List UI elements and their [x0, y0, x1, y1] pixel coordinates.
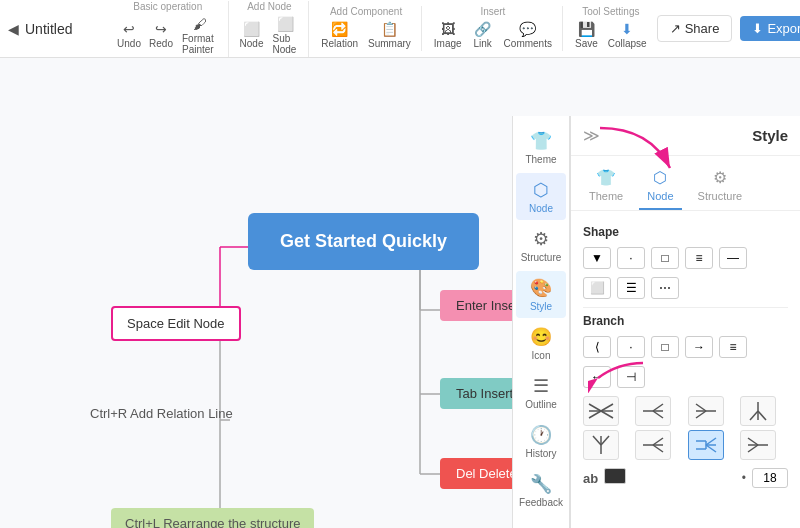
shape-list-btn[interactable]: ☰: [617, 277, 645, 299]
right-panel: ≫ Style 👕 Theme ⬡ Node ⚙ Structure Shape…: [570, 116, 800, 528]
branch-left-btn[interactable]: ←: [583, 366, 611, 388]
style-icon: 🎨: [530, 277, 552, 299]
node-icon: ⬡: [533, 179, 549, 201]
share-button[interactable]: ↗ Share: [657, 15, 733, 42]
font-controls-row: ab •: [583, 468, 788, 488]
side-icon-history[interactable]: 🕐 History: [516, 418, 566, 465]
branch-cell-5[interactable]: [583, 430, 619, 460]
group-items-insert: 🖼Image 🔗Link 💬Comments: [430, 19, 556, 51]
outline-icon: ☰: [533, 375, 549, 397]
branch-cell-2[interactable]: [635, 396, 671, 426]
document-title[interactable]: Untitled: [25, 21, 72, 37]
tab-node[interactable]: ⬡ Node: [639, 164, 681, 210]
svg-line-27: [696, 411, 706, 418]
collapse-button[interactable]: ⬇Collapse: [604, 19, 651, 51]
side-icon-theme-label: Theme: [525, 154, 556, 165]
redo-button[interactable]: ↪Redo: [146, 19, 176, 51]
panel-divider-1: [583, 307, 788, 308]
branch-icons-row: ⟨ · □ → ≡: [583, 336, 788, 358]
side-icon-style[interactable]: 🎨 Style: [516, 271, 566, 318]
toolbar-group-add-component: Add Component 🔁Relation 📋Summary: [311, 6, 422, 51]
shape-outline-rect-btn[interactable]: ⬜: [583, 277, 611, 299]
central-node[interactable]: Get Started Quickly: [248, 213, 479, 270]
shape-fill-btn[interactable]: ▼: [583, 247, 611, 269]
tab-structure-icon: ⚙: [713, 168, 727, 187]
back-icon[interactable]: ◀: [8, 21, 19, 37]
summary-button[interactable]: 📋Summary: [364, 19, 415, 51]
tab-node-label: Node: [647, 190, 673, 202]
side-icon-feedback[interactable]: 🔧 Feedback: [516, 467, 566, 514]
link-button[interactable]: 🔗Link: [468, 19, 498, 51]
svg-line-14: [589, 404, 601, 411]
branch-arrow-right-btn[interactable]: →: [685, 336, 713, 358]
canvas-area[interactable]: Get Started Quickly Space Edit Node Ente…: [0, 58, 800, 528]
branch-cell-1[interactable]: [583, 396, 619, 426]
branch-fill-btn[interactable]: ⟨: [583, 336, 611, 358]
side-icon-outline[interactable]: ☰ Outline: [516, 369, 566, 416]
comments-button[interactable]: 💬Comments: [500, 19, 556, 51]
structure-icon: ⚙: [533, 228, 549, 250]
shape-rect-btn[interactable]: □: [651, 247, 679, 269]
theme-icon: 👕: [530, 130, 552, 152]
branch-lines2-btn[interactable]: ≡: [719, 336, 747, 358]
branch-cell-6[interactable]: [635, 430, 671, 460]
side-icon-theme[interactable]: 👕 Theme: [516, 124, 566, 171]
side-icon-outline-label: Outline: [525, 399, 557, 410]
svg-line-48: [748, 445, 758, 452]
font-size-input[interactable]: [752, 468, 788, 488]
branch-cell-4[interactable]: [740, 396, 776, 426]
branch-left2-btn[interactable]: ⊣: [617, 366, 645, 388]
side-icon-node[interactable]: ⬡ Node: [516, 173, 566, 220]
group-label-basic: Basic operation: [133, 1, 202, 12]
format-painter-button[interactable]: 🖌Format Painter: [178, 14, 222, 57]
toolbar-groups: Basic operation ↩Undo ↪Redo 🖌Format Pain…: [108, 1, 657, 57]
toolbar-group-tool-settings: Tool Settings 💾Save ⬇Collapse: [565, 6, 657, 51]
panel-title: Style: [752, 127, 788, 144]
toolbar-group-insert: Insert 🖼Image 🔗Link 💬Comments: [424, 6, 563, 51]
panel-expand-icon[interactable]: ≫: [583, 126, 600, 145]
export-icon: ⬇: [752, 21, 763, 36]
image-button[interactable]: 🖼Image: [430, 19, 466, 51]
panel-tabs: 👕 Theme ⬡ Node ⚙ Structure: [571, 156, 800, 211]
branch-dot-btn[interactable]: ·: [617, 336, 645, 358]
node-button[interactable]: ⬜Node: [237, 19, 267, 51]
branch-section-title: Branch: [583, 314, 788, 328]
group-items-basic: ↩Undo ↪Redo 🖌Format Painter: [114, 14, 222, 57]
node-ctrl-r[interactable]: Ctrl+R Add Relation Line: [90, 406, 233, 421]
side-icon-structure[interactable]: ⚙ Structure: [516, 222, 566, 269]
tab-structure-label: Structure: [698, 190, 743, 202]
side-icon-feedback-label: Feedback: [519, 497, 563, 508]
tab-theme-icon: 👕: [596, 168, 616, 187]
svg-line-39: [653, 445, 663, 452]
branch-cell-7[interactable]: [688, 430, 724, 460]
branch-icons-row2: ← ⊣: [583, 366, 788, 388]
sub-node-button[interactable]: ⬜Sub Node: [269, 14, 303, 57]
shape-dash-list-btn[interactable]: ⋯: [651, 277, 679, 299]
share-icon: ↗: [670, 21, 681, 36]
side-icon-icon[interactable]: 😊 Icon: [516, 320, 566, 367]
tab-theme[interactable]: 👕 Theme: [581, 164, 631, 210]
group-items-add-component: 🔁Relation 📋Summary: [317, 19, 415, 51]
side-icon-style-label: Style: [530, 301, 552, 312]
branch-layout-grid: [583, 396, 788, 460]
branch-cell-8[interactable]: [740, 430, 776, 460]
svg-line-16: [589, 411, 601, 418]
side-icon-node-label: Node: [529, 203, 553, 214]
node-space-edit[interactable]: Space Edit Node: [111, 306, 241, 341]
node-ctrl-l[interactable]: Ctrl+L Rearrange the structure: [111, 508, 314, 528]
shape-dot-btn[interactable]: ·: [617, 247, 645, 269]
shape-section-title: Shape: [583, 225, 788, 239]
font-color-swatch[interactable]: [604, 468, 626, 488]
save-button[interactable]: 💾Save: [571, 19, 602, 51]
tab-structure[interactable]: ⚙ Structure: [690, 164, 751, 210]
shape-lines-btn[interactable]: ≡: [685, 247, 713, 269]
relation-button[interactable]: 🔁Relation: [317, 19, 362, 51]
undo-button[interactable]: ↩Undo: [114, 19, 144, 51]
branch-rect-btn[interactable]: □: [651, 336, 679, 358]
svg-line-45: [706, 445, 716, 452]
group-items-add-node: ⬜Node ⬜Sub Node: [237, 14, 303, 57]
export-button[interactable]: ⬇ Export: [740, 16, 800, 41]
shape-dash-btn[interactable]: —: [719, 247, 747, 269]
branch-cell-3[interactable]: [688, 396, 724, 426]
side-icon-history-label: History: [525, 448, 556, 459]
